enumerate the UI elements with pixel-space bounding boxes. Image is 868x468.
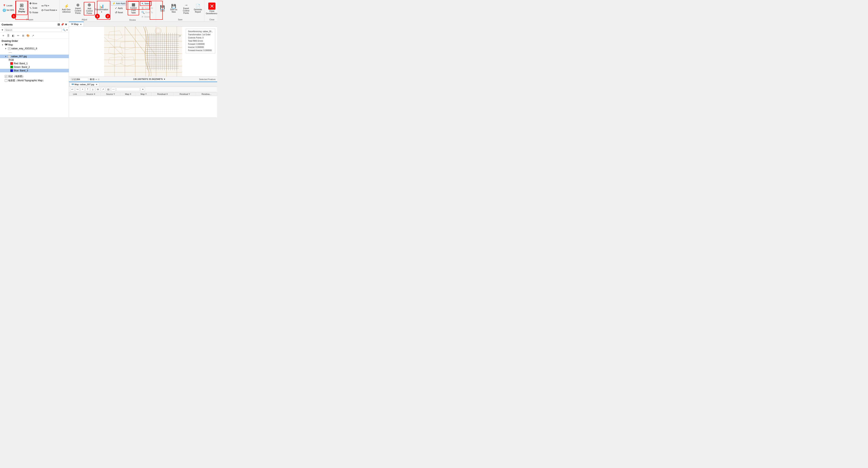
layers-icon[interactable]: ≡ [1, 33, 5, 38]
map-folder-icon: 🗺 [5, 43, 7, 46]
line-symbol-icon: — [9, 51, 12, 54]
layer-sabae-way[interactable]: ▼ ✓ sabae_way_JGD2011_6 [0, 47, 69, 50]
blue-band-label: Blue: Band_3 [14, 69, 28, 72]
reset-icon: ↺ [115, 11, 117, 14]
coord-dropdown[interactable]: ▾ [164, 78, 165, 80]
bt-move-down[interactable]: ⤓ [91, 87, 95, 91]
save-row: 💾 Save 💾 Save as New → Export Control Po… [157, 1, 203, 17]
table-icon[interactable]: ⊞ [21, 33, 25, 38]
database-icon[interactable]: 🗄 [6, 33, 10, 38]
scale-icon: ⤡ [29, 6, 32, 9]
checkbox-chiki[interactable]: ✓ [5, 75, 7, 78]
sidebar-header: Contents ⊟ 📌 ✕ [0, 22, 69, 27]
sidebar-title: Contents [2, 23, 12, 26]
save-button[interactable]: 💾 Save [157, 3, 167, 14]
reset-button[interactable]: ↺ Reset [114, 10, 124, 14]
paint-icon[interactable]: 🎨 [26, 33, 30, 38]
auto-geo-icon: ⚡ [64, 4, 69, 8]
bottom-tab-map-sabae[interactable]: 🗺 Map: sabae_007.jpg ✕ [70, 82, 99, 86]
fit-to-display-button[interactable]: ⊞ Fit to Display [16, 1, 28, 15]
bt-more[interactable]: ⋯ [111, 87, 116, 91]
fixed-rotate-button[interactable]: ⟳ Fixed Rotate ▾ [40, 8, 58, 12]
tab-map-close[interactable]: ✕ [80, 23, 82, 25]
layer-chiki-label: 注記（地形図） [8, 75, 25, 78]
bt-dropdown[interactable]: ▾ [141, 87, 145, 91]
sidebar-close-icon[interactable]: ✕ [65, 23, 67, 26]
green-swatch [10, 66, 13, 68]
apply-button[interactable]: ✓ Apply [114, 6, 124, 10]
scale-button[interactable]: ⤡ Scale [28, 6, 39, 10]
delete-button[interactable]: ✕ Delete [140, 14, 151, 19]
move-button[interactable]: ✥ Move [28, 1, 39, 5]
bottom-tab-icon: 🗺 [71, 83, 74, 86]
scale-input[interactable] [70, 78, 88, 81]
sidebar-tools: ≡ 🗄 ◧ ✏ ⊞ 🎨 ↗ [0, 33, 69, 38]
bt-filter[interactable]: ⊕ [96, 87, 100, 91]
col-map-x: Map X [120, 92, 136, 96]
bt-undo[interactable]: ↩ [70, 87, 74, 91]
select-button[interactable]: ↖ Select [140, 1, 152, 6]
layer-sabae007[interactable]: ▼ ✓ sabae_007.jpg [0, 55, 69, 58]
adjust-row: ⚡ Auto Geo-reference ⊕ Import Control Po… [61, 1, 108, 17]
sidebar-search-bar: ▼ 🔍 ▾ [0, 27, 69, 33]
layer-rgb: RGB [0, 58, 69, 62]
red-band-label: Red: Band_1 [14, 62, 28, 65]
map-canvas[interactable]: 八十三 江图 Georeferencing: sabae_00... Trans… [69, 27, 217, 77]
bt-add[interactable]: + [81, 87, 85, 91]
tab-map[interactable]: 🗺 Map ✕ [69, 22, 84, 26]
drawing-order-label: Drawing Order [0, 38, 69, 43]
locate-button[interactable]: 📍 Locate [1, 4, 16, 8]
auto-apply-icon: ⚡ [112, 2, 116, 5]
bottom-search-input[interactable] [116, 88, 140, 91]
bt-move-up[interactable]: ⤒ [86, 87, 90, 91]
georef-info-panel: Georeferencing: sabae_00... Transformati… [186, 29, 215, 54]
bottom-tab-label: Map: sabae_007.jpg [74, 83, 94, 86]
sidebar-pin-icon[interactable]: ⊟ [58, 23, 60, 26]
add-control-points-button[interactable]: ⊕ Add Control Points [84, 2, 95, 16]
col-residual-x: Residual X [151, 92, 174, 96]
bottom-tab-close[interactable]: ✕ [96, 83, 97, 86]
generate-report-button[interactable]: 📄 Generate Report [193, 3, 203, 14]
rotate-button[interactable]: ↻ Rotate [28, 10, 39, 14]
auto-georeference-button[interactable]: ⚡ Auto Geo-reference [61, 3, 72, 14]
search-dropdown-icon[interactable]: ▾ [66, 29, 68, 31]
control-point-table-button[interactable]: ▦ Control Point Table [128, 1, 139, 16]
layer-map[interactable]: ▼ 🗺 Map [0, 43, 69, 47]
chart-icon[interactable]: ◧ [11, 33, 16, 38]
select-tool-icon[interactable]: ↗ [31, 33, 35, 38]
rgb-label: RGB [9, 59, 14, 61]
zoom-to-button[interactable]: 🔍 Zoom To [140, 10, 154, 14]
import-control-points-button[interactable]: ⊕ Import Control Points [72, 2, 83, 15]
layer-chiki[interactable]: ✓ 注記（地形図） [0, 75, 69, 79]
set-srs-button[interactable]: 🌐 Set SRS [1, 8, 16, 12]
toolbar-group-close: ✕ Close Georeference Close [204, 0, 217, 22]
pen-icon[interactable]: ✏ [16, 33, 20, 38]
checkbox-sabae-way[interactable]: ✓ [8, 47, 10, 50]
bt-table[interactable]: ▤ [106, 87, 110, 91]
transformation-button[interactable]: 📊 Transformation ▾ [95, 3, 108, 14]
col-source-y: Source Y [101, 92, 120, 96]
sidebar-header-icons: ⊟ 📌 ✕ [58, 23, 67, 26]
map-tab-icon: 🗺 [71, 23, 73, 25]
save-as-new-button[interactable]: 💾 Save as New [168, 3, 179, 14]
selected-feature-label: Selected Feature [199, 78, 216, 81]
delete-all-button[interactable]: 🗑 Delete All [140, 6, 154, 10]
map-area: 🗺 Map ✕ [69, 22, 217, 117]
bt-redo[interactable]: ↪ [75, 87, 80, 91]
zoom-to-icon: 🔍 [141, 11, 145, 14]
close-row: ✕ Close Georeference [206, 1, 217, 17]
search-input[interactable] [4, 28, 62, 32]
close-georef-button[interactable]: ✕ Close Georeference [206, 2, 217, 16]
main-toolbar: 1 2 3 📍 Locate 🌐 Set SRS [0, 0, 217, 22]
layer-sabae-way-label: sabae_way_JGD2011_6 [11, 47, 37, 50]
auto-apply-button[interactable]: ⚡ Auto Apply [111, 1, 127, 5]
checkbox-world-topo[interactable] [5, 79, 7, 82]
flip-button[interactable]: ⇔ Flip ▾ [40, 4, 58, 8]
checkbox-sabae007[interactable]: ✓ [8, 55, 10, 58]
layer-world-topo[interactable]: 地形図（World Topographic Map） [0, 79, 69, 83]
bt-export[interactable]: ↗ [101, 87, 105, 91]
apply-icon: ✓ [115, 6, 117, 10]
save-label: Save [178, 18, 183, 21]
sidebar-unpin-icon[interactable]: 📌 [61, 23, 64, 26]
export-cp-button[interactable]: → Export Control Points [180, 2, 192, 15]
